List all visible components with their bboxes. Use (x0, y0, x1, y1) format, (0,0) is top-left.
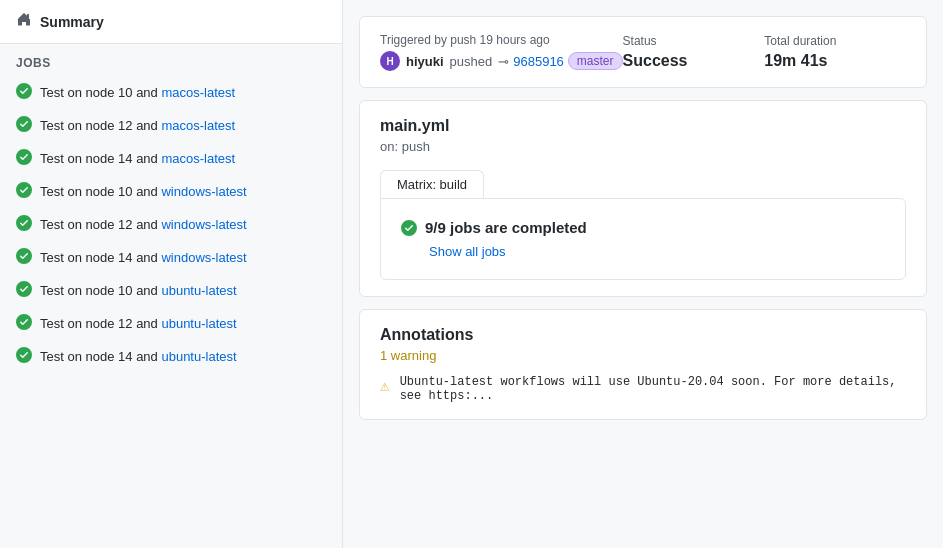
job-item[interactable]: Test on node 14 and macos-latest (0, 142, 342, 175)
show-all-jobs-link[interactable]: Show all jobs (429, 244, 885, 259)
trigger-action: pushed (450, 54, 493, 69)
job-item[interactable]: Test on node 10 and macos-latest (0, 76, 342, 109)
home-icon (16, 12, 32, 31)
jobs-completed-row: 9/9 jobs are completed (401, 219, 885, 236)
job-label: Test on node 12 and ubuntu-latest (40, 316, 237, 331)
duration-label: Total duration (764, 34, 906, 48)
job-label: Test on node 10 and ubuntu-latest (40, 283, 237, 298)
summary-item[interactable]: Summary (0, 0, 342, 44)
workflow-filename: main.yml (380, 117, 906, 135)
job-check-icon (16, 281, 32, 300)
branch-badge[interactable]: master (568, 52, 623, 70)
job-label: Test on node 10 and macos-latest (40, 85, 235, 100)
trigger-label: Triggered by push 19 hours ago (380, 33, 623, 47)
job-label: Test on node 14 and ubuntu-latest (40, 349, 237, 364)
annotation-item: ⚠ Ubuntu-latest workflows will use Ubunt… (380, 375, 906, 403)
job-label: Test on node 14 and windows-latest (40, 250, 247, 265)
trigger-card: Triggered by push 19 hours ago H hiyuki … (359, 16, 927, 88)
completed-check-icon (401, 220, 417, 236)
workflow-trigger: on: push (380, 139, 906, 154)
job-check-icon (16, 347, 32, 366)
job-check-icon (16, 248, 32, 267)
job-item[interactable]: Test on node 10 and ubuntu-latest (0, 274, 342, 307)
job-check-icon (16, 116, 32, 135)
main-content: Triggered by push 19 hours ago H hiyuki … (343, 0, 943, 548)
trigger-section: Triggered by push 19 hours ago H hiyuki … (380, 33, 623, 71)
trigger-user: hiyuki (406, 54, 444, 69)
jobs-completed-text: 9/9 jobs are completed (425, 219, 587, 236)
job-item[interactable]: Test on node 12 and ubuntu-latest (0, 307, 342, 340)
jobs-list: Test on node 10 and macos-latestTest on … (0, 76, 342, 373)
job-check-icon (16, 149, 32, 168)
job-check-icon (16, 83, 32, 102)
job-label: Test on node 12 and macos-latest (40, 118, 235, 133)
commit-arrow-icon: ⊸ (498, 54, 509, 69)
workflow-card: main.yml on: push Matrix: build 9/9 jobs… (359, 100, 927, 297)
matrix-content: 9/9 jobs are completed Show all jobs (380, 198, 906, 280)
duration-section: Total duration 19m 41s (764, 34, 906, 70)
job-item[interactable]: Test on node 10 and windows-latest (0, 175, 342, 208)
job-label: Test on node 12 and windows-latest (40, 217, 247, 232)
status-label: Status (623, 34, 765, 48)
summary-label: Summary (40, 14, 104, 30)
duration-value: 19m 41s (764, 52, 906, 70)
trigger-value: H hiyuki pushed ⊸ 9685916 master (380, 51, 623, 71)
annotations-title: Annotations (380, 326, 906, 344)
job-item[interactable]: Test on node 14 and windows-latest (0, 241, 342, 274)
job-check-icon (16, 215, 32, 234)
job-item[interactable]: Test on node 12 and macos-latest (0, 109, 342, 142)
warning-icon: ⚠ (380, 376, 390, 396)
avatar: H (380, 51, 400, 71)
sidebar: Summary Jobs Test on node 10 and macos-l… (0, 0, 343, 548)
job-item[interactable]: Test on node 14 and ubuntu-latest (0, 340, 342, 373)
status-value: Success (623, 52, 765, 70)
annotations-count: 1 warning (380, 348, 906, 363)
annotation-text: Ubuntu-latest workflows will use Ubuntu-… (400, 375, 906, 403)
matrix-tab[interactable]: Matrix: build (380, 170, 484, 198)
job-item[interactable]: Test on node 12 and windows-latest (0, 208, 342, 241)
jobs-section-label: Jobs (0, 44, 342, 76)
status-section: Status Success (623, 34, 765, 70)
job-label: Test on node 14 and macos-latest (40, 151, 235, 166)
job-label: Test on node 10 and windows-latest (40, 184, 247, 199)
commit-hash-section: ⊸ 9685916 master (498, 52, 622, 70)
job-check-icon (16, 182, 32, 201)
annotations-card: Annotations 1 warning ⚠ Ubuntu-latest wo… (359, 309, 927, 420)
commit-hash[interactable]: 9685916 (513, 54, 564, 69)
job-check-icon (16, 314, 32, 333)
